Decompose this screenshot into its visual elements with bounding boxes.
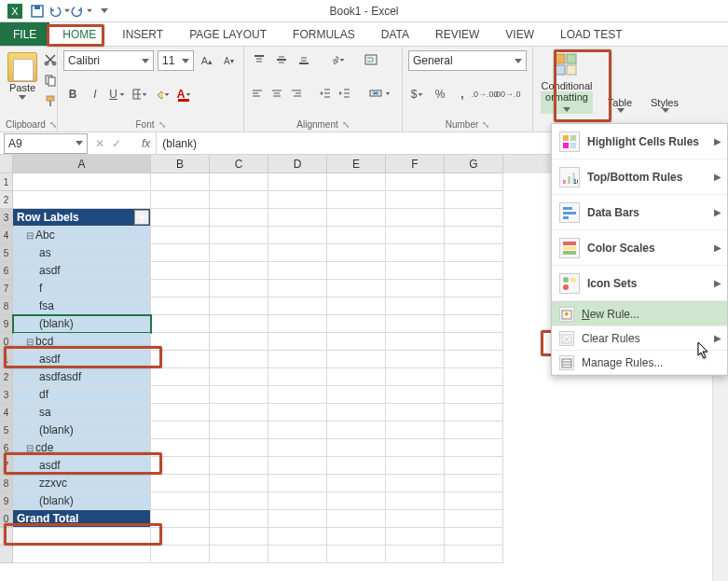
cell[interactable] bbox=[151, 351, 210, 368]
cell[interactable]: ⊟cde bbox=[13, 439, 151, 457]
cell[interactable] bbox=[445, 262, 503, 280]
cell[interactable] bbox=[327, 422, 386, 439]
cell[interactable] bbox=[268, 191, 327, 209]
percent-format-icon[interactable]: % bbox=[431, 85, 449, 104]
row-header[interactable]: 1 bbox=[0, 351, 13, 368]
cell[interactable] bbox=[210, 191, 268, 209]
font-name-combo[interactable]: Calibri bbox=[63, 50, 154, 71]
row-header[interactable]: 5 bbox=[0, 422, 13, 439]
cell[interactable] bbox=[445, 404, 503, 422]
cell[interactable]: ⊟bcd bbox=[13, 333, 151, 351]
row-header[interactable]: 4 bbox=[0, 227, 13, 244]
row-header[interactable]: 7 bbox=[0, 280, 13, 297]
row-header[interactable]: 2 bbox=[0, 191, 13, 209]
cell[interactable] bbox=[445, 280, 503, 297]
cell[interactable] bbox=[13, 191, 151, 209]
comma-format-icon[interactable]: , bbox=[453, 85, 472, 104]
cell[interactable] bbox=[327, 297, 386, 315]
row-header[interactable]: 8 bbox=[0, 297, 13, 315]
row-header[interactable]: 6 bbox=[0, 262, 13, 280]
cell[interactable] bbox=[268, 386, 327, 404]
tab-review[interactable]: REVIEW bbox=[422, 22, 492, 46]
tab-page-layout[interactable]: PAGE LAYOUT bbox=[176, 22, 280, 46]
cell[interactable] bbox=[151, 315, 210, 333]
cell[interactable]: (blank) bbox=[13, 422, 151, 439]
cell[interactable] bbox=[386, 333, 445, 351]
number-dialog-icon[interactable]: ⤡ bbox=[482, 119, 489, 130]
cell[interactable] bbox=[327, 475, 386, 492]
cell[interactable] bbox=[445, 386, 503, 404]
cell[interactable] bbox=[386, 227, 445, 244]
enter-icon[interactable]: ✓ bbox=[112, 137, 121, 150]
cell[interactable] bbox=[327, 280, 386, 297]
cf-new-rule[interactable]: ✦ New Rule... bbox=[552, 302, 727, 326]
row-header[interactable]: 3 bbox=[0, 209, 13, 227]
format-painter-icon[interactable] bbox=[41, 91, 60, 110]
cell[interactable] bbox=[268, 351, 327, 368]
cell[interactable] bbox=[327, 457, 386, 475]
alignment-dialog-icon[interactable]: ⤡ bbox=[342, 119, 350, 130]
cell[interactable] bbox=[445, 510, 503, 528]
cell[interactable] bbox=[386, 191, 445, 209]
row-header[interactable]: 9 bbox=[0, 492, 13, 510]
cell[interactable] bbox=[445, 422, 503, 439]
cell[interactable] bbox=[386, 262, 445, 280]
cell[interactable] bbox=[327, 209, 386, 227]
column-header-d[interactable]: D bbox=[268, 155, 327, 173]
cell[interactable]: asdf bbox=[13, 262, 151, 280]
cell[interactable] bbox=[210, 333, 268, 351]
cell[interactable] bbox=[151, 528, 210, 546]
font-dialog-icon[interactable]: ⤡ bbox=[158, 119, 166, 130]
cell[interactable] bbox=[445, 475, 503, 492]
cf-top-bottom[interactable]: 10 Top/Bottom Rules ▶ bbox=[552, 159, 727, 195]
row-header[interactable]: 1 bbox=[0, 173, 13, 191]
cell[interactable] bbox=[210, 262, 268, 280]
cell[interactable] bbox=[210, 422, 268, 439]
cell-styles-button[interactable]: Styles bbox=[645, 95, 684, 116]
row-header[interactable]: 6 bbox=[0, 439, 13, 457]
cell[interactable] bbox=[386, 280, 445, 297]
cell[interactable]: asdf bbox=[13, 351, 151, 368]
cell[interactable]: fsa bbox=[13, 297, 151, 315]
cell[interactable] bbox=[386, 422, 445, 439]
cell[interactable] bbox=[386, 404, 445, 422]
orientation-icon[interactable]: ab bbox=[328, 50, 347, 69]
cell[interactable] bbox=[268, 333, 327, 351]
tab-view[interactable]: VIEW bbox=[492, 22, 547, 46]
cell[interactable] bbox=[151, 368, 210, 386]
cell[interactable] bbox=[327, 439, 386, 457]
column-header-b[interactable]: B bbox=[151, 155, 210, 173]
cell[interactable] bbox=[210, 492, 268, 510]
cell[interactable] bbox=[445, 528, 503, 546]
cell[interactable] bbox=[151, 209, 210, 227]
cell[interactable] bbox=[151, 475, 210, 492]
decrease-decimal-icon[interactable]: .00→.0 bbox=[498, 85, 516, 104]
cell[interactable] bbox=[327, 386, 386, 404]
number-format-combo[interactable]: General bbox=[408, 50, 527, 71]
cell[interactable] bbox=[327, 368, 386, 386]
align-bottom-icon[interactable] bbox=[295, 50, 313, 69]
cell[interactable] bbox=[327, 492, 386, 510]
cf-highlight-cells[interactable]: Highlight Cells Rules ▶ bbox=[552, 124, 727, 159]
cell[interactable] bbox=[327, 404, 386, 422]
cell[interactable]: asdfasdf bbox=[13, 368, 151, 386]
row-header[interactable]: 0 bbox=[0, 333, 13, 351]
cancel-icon[interactable]: ✕ bbox=[95, 137, 104, 150]
align-right-icon[interactable] bbox=[288, 84, 304, 103]
cell[interactable] bbox=[13, 528, 151, 546]
cell[interactable] bbox=[268, 297, 327, 315]
decrease-indent-icon[interactable] bbox=[318, 84, 334, 103]
cell[interactable]: (blank) bbox=[13, 315, 151, 333]
cell[interactable] bbox=[151, 191, 210, 209]
cell[interactable] bbox=[210, 457, 268, 475]
column-header-e[interactable]: E bbox=[327, 155, 386, 173]
cell[interactable] bbox=[445, 227, 503, 244]
cut-icon[interactable] bbox=[41, 50, 60, 69]
conditional-formatting-button[interactable]: Conditional ormatting bbox=[539, 50, 595, 116]
cell[interactable] bbox=[386, 351, 445, 368]
cell[interactable] bbox=[268, 492, 327, 510]
cell[interactable] bbox=[386, 546, 445, 563]
cell[interactable] bbox=[13, 546, 151, 563]
cell[interactable] bbox=[445, 457, 503, 475]
outline-toggle-icon[interactable]: ⊟ bbox=[26, 337, 34, 347]
